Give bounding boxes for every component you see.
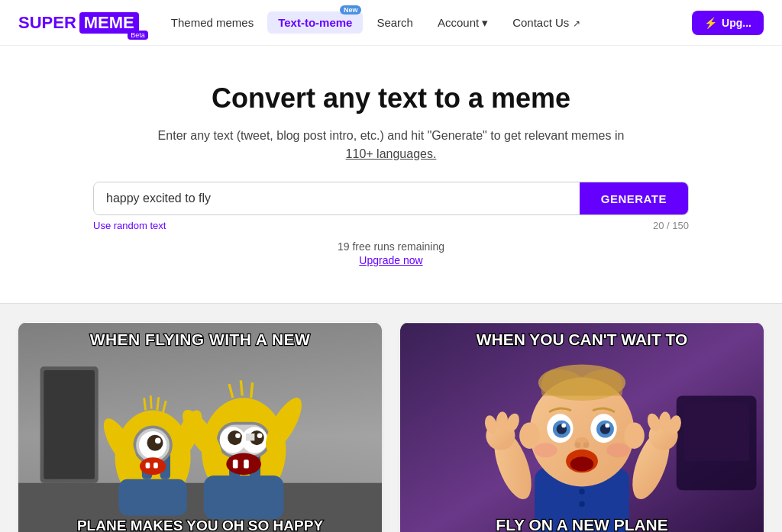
svg-point-52 — [579, 501, 585, 507]
svg-rect-37 — [244, 459, 249, 468]
svg-point-66 — [574, 442, 580, 448]
svg-line-19 — [157, 397, 159, 410]
languages-link[interactable]: 110+ languages. — [346, 147, 437, 160]
svg-point-30 — [235, 433, 241, 438]
svg-text:WHEN YOU CAN'T WAIT TO: WHEN YOU CAN'T WAIT TO — [477, 330, 687, 348]
svg-rect-6 — [118, 479, 186, 516]
logo-beta-badge: Beta — [128, 31, 148, 40]
svg-line-17 — [144, 398, 146, 410]
nav-links: Themed memes Text-to-meme New Search Acc… — [160, 11, 686, 34]
svg-point-71 — [606, 443, 629, 457]
text-input[interactable] — [94, 182, 580, 214]
meme-image-1: WHEN FLYING WITH A NEW PLANE MAKES YOU O… — [18, 322, 382, 532]
meme-card-1: WHEN FLYING WITH A NEW PLANE MAKES YOU O… — [18, 322, 382, 532]
svg-point-33 — [257, 433, 263, 438]
svg-rect-4 — [44, 370, 95, 479]
meme-image-2: WHEN YOU CAN'T WAIT TO FLY ON A NEW PLAN… — [400, 322, 764, 532]
svg-point-64 — [605, 424, 609, 428]
logo-super: SUPER — [18, 13, 76, 33]
navbar: SUPER MEME Beta Themed memes Text-to-mem… — [0, 0, 782, 46]
svg-point-56 — [624, 423, 645, 449]
upgrade-link[interactable]: Upgrade now — [18, 254, 764, 266]
svg-point-70 — [534, 443, 557, 457]
page-title: Convert any text to a meme — [18, 82, 764, 114]
svg-rect-34 — [246, 434, 254, 441]
svg-point-29 — [228, 430, 242, 445]
svg-text:FLY ON A NEW PLANE: FLY ON A NEW PLANE — [496, 516, 667, 532]
meme-card-2: WHEN YOU CAN'T WAIT TO FLY ON A NEW PLAN… — [400, 322, 764, 532]
nav-new-badge: New — [340, 5, 362, 15]
svg-rect-48 — [683, 403, 749, 461]
nav-search[interactable]: Search — [366, 11, 424, 34]
upgrade-button[interactable]: ⚡ Upg... — [692, 11, 764, 35]
svg-rect-24 — [204, 476, 284, 519]
hero-section: Convert any text to a meme Enter any tex… — [0, 46, 782, 288]
nav-account[interactable]: Account ▾ — [427, 11, 499, 34]
svg-point-12 — [155, 438, 161, 444]
svg-point-55 — [519, 423, 540, 449]
meme-grid: WHEN FLYING WITH A NEW PLANE MAKES YOU O… — [0, 304, 782, 532]
svg-point-51 — [579, 488, 585, 495]
hero-subtitle: Enter any text (tweet, blog post intro, … — [154, 127, 628, 163]
svg-rect-14 — [142, 466, 164, 472]
svg-rect-16 — [153, 463, 158, 469]
nav-themed-memes[interactable]: Themed memes — [160, 11, 264, 34]
free-runs-section: 19 free runs remaining Upgrade now — [18, 240, 764, 266]
free-runs-text: 19 free runs remaining — [338, 240, 444, 253]
bolt-icon: ⚡ — [704, 17, 717, 29]
svg-line-40 — [251, 382, 253, 398]
svg-text:WHEN FLYING WITH A NEW: WHEN FLYING WITH A NEW — [90, 330, 310, 348]
logo[interactable]: SUPER MEME Beta — [18, 12, 139, 34]
random-text-link[interactable]: Use random text — [93, 220, 166, 231]
nav-contact-us[interactable]: Contact Us ↗ — [502, 11, 590, 34]
svg-line-18 — [150, 395, 151, 408]
svg-text:PLANE MAKES YOU OH SO HAPPY: PLANE MAKES YOU OH SO HAPPY — [77, 517, 323, 532]
svg-line-39 — [241, 380, 242, 395]
svg-point-67 — [583, 442, 590, 448]
svg-rect-36 — [233, 459, 238, 468]
svg-point-63 — [561, 424, 566, 428]
nav-text-to-meme[interactable]: Text-to-meme New — [267, 11, 363, 34]
char-count: 20 / 150 — [653, 220, 689, 231]
svg-point-69 — [570, 456, 593, 471]
generate-button[interactable]: GENERATE — [580, 182, 688, 214]
text-input-row: GENERATE — [93, 182, 689, 215]
svg-rect-15 — [146, 463, 150, 469]
input-meta: Use random text 20 / 150 — [93, 220, 689, 231]
svg-point-11 — [147, 435, 163, 451]
